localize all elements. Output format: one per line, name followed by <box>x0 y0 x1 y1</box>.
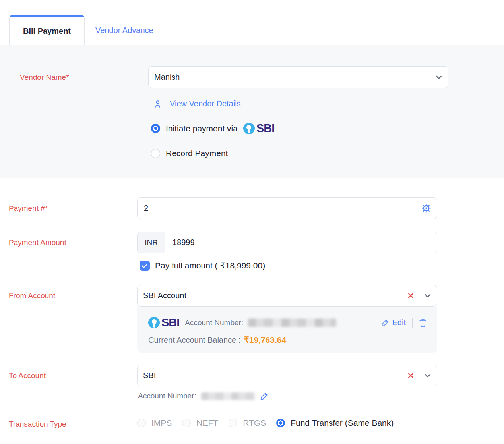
sbi-logo: SBI <box>243 122 274 135</box>
record-payment-radio[interactable] <box>151 149 160 158</box>
edit-account-link[interactable]: Edit <box>381 318 406 327</box>
sbi-logo: SBI <box>148 316 179 329</box>
tab-vendor-advance[interactable]: Vendor Advance <box>95 15 153 45</box>
pay-full-amount-checkbox[interactable] <box>140 261 150 271</box>
view-vendor-details-label: View Vendor Details <box>170 99 241 108</box>
payment-number-field <box>137 197 437 219</box>
record-payment-option[interactable]: Record Payment <box>151 149 448 158</box>
to-account-label: To Account <box>9 365 137 386</box>
account-number-label: Account Number: <box>185 319 243 327</box>
pencil-icon <box>260 392 269 400</box>
from-account-value: SBI Account <box>143 291 407 300</box>
transaction-type-fund-transfer[interactable]: Fund Transfer (Same Bank) <box>276 418 394 428</box>
currency-code: INR <box>138 232 165 253</box>
tab-bill-payment[interactable]: Bill Payment <box>9 15 85 45</box>
payment-number-input[interactable] <box>143 203 421 213</box>
vendor-contact-icon <box>155 100 165 108</box>
balance-label: Current Account Balance : <box>148 336 240 345</box>
payment-amount-label: Payment Amount <box>9 232 137 253</box>
delete-account-button[interactable] <box>419 319 427 327</box>
trash-icon <box>419 319 427 327</box>
balance-value: ₹19,763.64 <box>244 335 286 345</box>
to-account-select[interactable]: SBI <box>137 365 437 386</box>
view-vendor-details-link[interactable]: View Vendor Details <box>155 99 448 108</box>
sbi-keyhole-icon <box>148 317 160 328</box>
rtgs-label: RTGS <box>243 418 266 428</box>
neft-radio[interactable] <box>182 419 191 427</box>
sbi-keyhole-icon <box>243 123 255 134</box>
pencil-icon <box>381 319 389 327</box>
chevron-down-icon[interactable] <box>424 372 431 379</box>
initiate-payment-option[interactable]: Initiate payment via SBI <box>151 122 448 135</box>
edit-label: Edit <box>392 318 406 327</box>
payment-form-section: Payment #* Payment Amount INR <box>0 178 504 430</box>
clear-selection-icon[interactable] <box>407 372 414 379</box>
account-number-redacted <box>248 319 336 327</box>
sbi-wordmark: SBI <box>161 316 179 329</box>
payment-number-label: Payment #* <box>9 197 137 219</box>
vendor-name-select[interactable]: Manish <box>148 66 448 88</box>
initiate-payment-radio[interactable] <box>151 124 160 133</box>
imps-label: IMPS <box>151 418 172 428</box>
account-number-redacted <box>201 392 255 400</box>
account-number-label: Account Number: <box>138 392 196 400</box>
tab-bar: Bill Payment Vendor Advance <box>0 0 504 45</box>
initiate-payment-label: Initiate payment via <box>166 124 238 133</box>
rtgs-radio[interactable] <box>229 419 237 427</box>
tab-bill-payment-label: Bill Payment <box>23 27 71 36</box>
record-payment-label: Record Payment <box>166 149 228 158</box>
from-account-label: From Account <box>9 285 137 307</box>
divider <box>419 370 419 381</box>
imps-radio[interactable] <box>137 419 146 427</box>
transaction-type-imps[interactable]: IMPS <box>137 418 172 428</box>
payment-amount-input[interactable] <box>165 238 437 247</box>
transaction-type-label: Transaction Type <box>9 418 137 430</box>
divider <box>419 290 419 301</box>
pay-full-amount-option[interactable]: Pay full amount ( ₹18,999.00) <box>140 261 437 271</box>
vendor-section: Vendor Name* Manish View Vendor Details <box>0 45 504 178</box>
sbi-wordmark: SBI <box>256 122 274 135</box>
fund-transfer-label: Fund Transfer (Same Bank) <box>291 418 394 428</box>
vendor-name-value: Manish <box>154 73 435 82</box>
payment-number-settings-button[interactable] <box>421 203 431 213</box>
pay-full-amount-label: Pay full amount ( ₹18,999.00) <box>155 261 265 270</box>
from-account-details-panel: SBI Account Number: Edit <box>137 307 437 353</box>
chevron-down-icon[interactable] <box>424 292 431 299</box>
tab-vendor-advance-label: Vendor Advance <box>95 26 153 35</box>
divider <box>412 318 413 328</box>
from-account-select[interactable]: SBI Account <box>137 285 437 307</box>
clear-selection-icon[interactable] <box>407 292 414 299</box>
to-account-value: SBI <box>143 371 407 380</box>
vendor-name-label: Vendor Name* <box>20 66 148 88</box>
fund-transfer-radio[interactable] <box>276 419 285 427</box>
transaction-type-neft[interactable]: NEFT <box>182 418 218 428</box>
payment-amount-field: INR <box>137 232 437 253</box>
chevron-down-icon[interactable] <box>435 74 442 81</box>
edit-account-number-button[interactable] <box>260 392 269 400</box>
neft-label: NEFT <box>196 418 218 428</box>
transaction-type-rtgs[interactable]: RTGS <box>229 418 266 428</box>
transaction-type-options: IMPS NEFT RTGS Fund Transfer (Same Bank) <box>137 418 437 428</box>
